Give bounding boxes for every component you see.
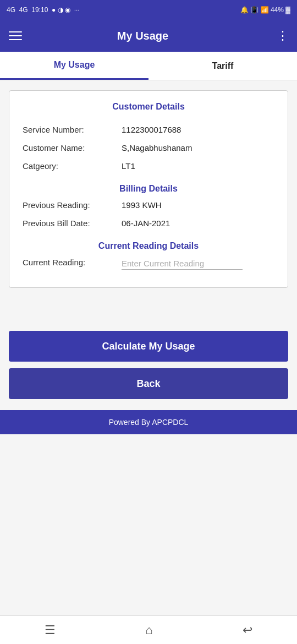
category-value: LT1 xyxy=(122,161,274,171)
table-row: Service Number: 1122300017688 xyxy=(23,121,274,139)
customer-name-value: S,Nagabhushanam xyxy=(122,143,274,152)
current-reading-title: Current Reading Details xyxy=(23,241,274,251)
tab-bar: My Usage Tariff xyxy=(0,52,297,80)
hamburger-nav-icon[interactable]: ☰ xyxy=(45,623,56,637)
table-row: Previous Reading: 1993 KWH xyxy=(23,196,274,214)
customer-name-label: Customer Name: xyxy=(23,143,122,152)
back-button[interactable]: Back xyxy=(9,368,288,399)
app-bar-title: My Usage xyxy=(9,30,277,42)
status-left: 4G 4G 19:10 ● ◑ ◉ ··· xyxy=(7,6,80,14)
footer-text: Powered By APCPDCL xyxy=(109,418,189,427)
tab-tariff[interactable]: Tariff xyxy=(148,52,297,80)
battery-icons: 🔔 📳 📶 44% ▓ xyxy=(240,6,290,14)
more-options-icon[interactable]: ⋮ xyxy=(277,29,288,43)
previous-bill-date-value: 06-JAN-2021 xyxy=(122,219,274,228)
table-row: Current Reading: xyxy=(23,253,274,274)
calculate-button[interactable]: Calculate My Usage xyxy=(9,331,288,362)
spacer xyxy=(0,298,297,331)
main-content: Customer Details Service Number: 1122300… xyxy=(0,80,297,298)
table-row: Previous Bill Date: 06-JAN-2021 xyxy=(23,214,274,232)
billing-details-title: Billing Details xyxy=(23,184,274,194)
previous-reading-label: Previous Reading: xyxy=(23,200,122,210)
table-row: Catgeory: LT1 xyxy=(23,157,274,175)
app-bar: My Usage ⋮ xyxy=(0,20,297,52)
category-label: Catgeory: xyxy=(23,161,122,171)
previous-bill-date-label: Previous Bill Date: xyxy=(23,219,122,228)
customer-details-title: Customer Details xyxy=(23,102,274,112)
current-reading-input[interactable] xyxy=(122,258,243,270)
current-reading-label: Current Reading: xyxy=(23,258,122,270)
back-nav-icon[interactable]: ↩ xyxy=(243,623,252,637)
bottom-nav: ☰ ⌂ ↩ xyxy=(0,615,297,644)
tab-my-usage[interactable]: My Usage xyxy=(0,52,148,80)
status-right: 🔔 📳 📶 44% ▓ xyxy=(240,6,290,14)
buttons-area: Calculate My Usage Back xyxy=(0,331,297,399)
status-bar: 4G 4G 19:10 ● ◑ ◉ ··· 🔔 📳 📶 44% ▓ xyxy=(0,0,297,20)
details-card: Customer Details Service Number: 1122300… xyxy=(9,90,288,288)
service-number-value: 1122300017688 xyxy=(122,125,274,134)
table-row: Customer Name: S,Nagabhushanam xyxy=(23,139,274,157)
signal-icons: 4G 4G 19:10 ● ◑ ◉ ··· xyxy=(7,6,80,14)
previous-reading-value: 1993 KWH xyxy=(122,200,274,210)
footer-powered: Powered By APCPDCL xyxy=(0,410,297,434)
home-nav-icon[interactable]: ⌂ xyxy=(145,623,152,637)
service-number-label: Service Number: xyxy=(23,125,122,134)
